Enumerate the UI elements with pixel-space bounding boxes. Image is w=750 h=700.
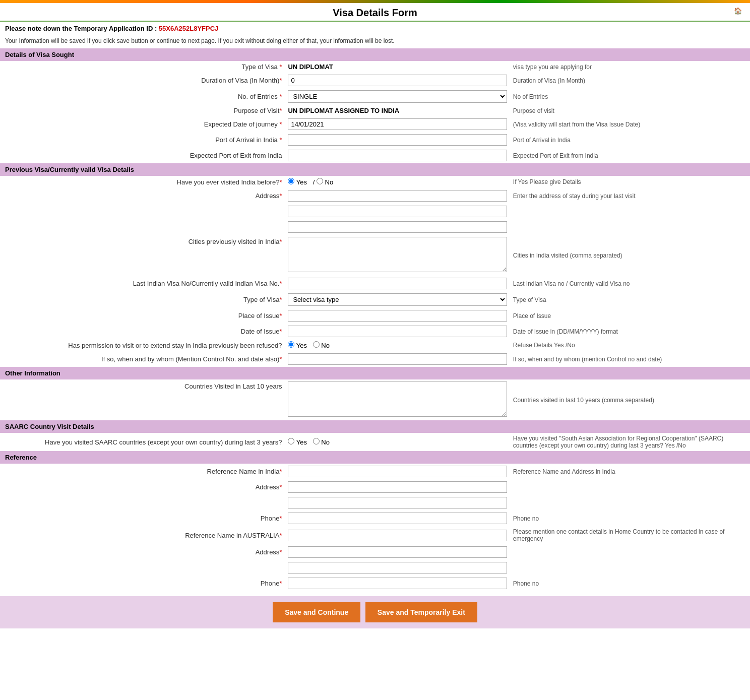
if-so-label: If so, when and by whom (Mention Control… <box>0 351 285 367</box>
countries-visited-label: Countries Visited in Last 10 years <box>0 379 285 420</box>
address-input-cell-3[interactable] <box>285 219 510 235</box>
home-icon[interactable]: 🏠 <box>731 7 745 21</box>
saarc-radio-cell[interactable]: Yes No <box>285 433 510 451</box>
no-of-entries-select[interactable]: SINGLE DOUBLE MULTIPLE <box>288 90 507 103</box>
ref-phone-aus-input-cell[interactable] <box>285 576 510 591</box>
refused-radio-cell[interactable]: Yes No <box>285 339 510 351</box>
type-of-visa-label: Type of Visa * <box>0 61 285 73</box>
refused-yes-label[interactable]: Yes <box>288 342 308 349</box>
refused-yes-radio[interactable] <box>288 341 294 348</box>
no-of-entries-select-cell[interactable]: SINGLE DOUBLE MULTIPLE <box>285 88 510 105</box>
expected-date-input-cell[interactable] <box>285 116 510 132</box>
ref-address-aus-input-cell-1[interactable] <box>285 544 510 560</box>
address-row-1: Address* Enter the address of stay durin… <box>0 188 750 204</box>
ref-phone-aus-input[interactable] <box>288 578 507 589</box>
purpose-row: Purpose of Visit* UN DIPLOMAT ASSIGNED T… <box>0 105 750 116</box>
type-of-visa-value-cell: UN DIPLOMAT <box>285 61 510 73</box>
if-so-input-cell[interactable] <box>285 351 510 367</box>
section-details-of-visa-sought: Details of Visa Sought <box>0 48 750 61</box>
address-label-1: Address* <box>0 188 285 204</box>
visited-before-radio-cell[interactable]: Yes / No <box>285 176 510 188</box>
address-input-3[interactable] <box>288 221 507 233</box>
cities-textarea-cell[interactable] <box>285 235 510 276</box>
ref-phone-aus-row: Phone* Phone no <box>0 576 750 591</box>
ref-address-india-input-1[interactable] <box>288 481 507 493</box>
address-input-1[interactable] <box>288 190 507 202</box>
date-of-issue-hint: Date of Issue in (DD/MM/YYYY) format <box>510 324 750 339</box>
section-reference: Reference <box>0 451 750 464</box>
ref-address-aus-input-1[interactable] <box>288 546 507 558</box>
ref-address-aus-input-2[interactable] <box>288 562 507 574</box>
duration-input[interactable] <box>288 75 507 86</box>
ref-name-india-input-cell[interactable] <box>285 464 510 479</box>
saarc-no-label[interactable]: No <box>313 438 330 446</box>
saarc-yes-radio[interactable] <box>288 438 294 444</box>
ref-name-aus-label: Reference Name in AUSTRALIA* <box>0 526 285 544</box>
saarc-table: Have you visited SAARC countries (except… <box>0 433 750 451</box>
saarc-yes-label[interactable]: Yes <box>288 438 308 446</box>
saarc-no-radio[interactable] <box>313 438 320 444</box>
port-exit-row: Expected Port of Exit from India Expecte… <box>0 148 750 163</box>
ref-name-aus-input[interactable] <box>288 530 507 541</box>
port-arrival-input-cell[interactable] <box>285 132 510 148</box>
visited-before-yes-label[interactable]: Yes <box>288 178 308 186</box>
ref-phone-india-input[interactable] <box>288 513 507 524</box>
duration-input-cell[interactable] <box>285 73 510 88</box>
last-visa-no-input-cell[interactable] <box>285 276 510 291</box>
port-exit-input-cell[interactable] <box>285 148 510 163</box>
address-input-cell-1[interactable] <box>285 188 510 204</box>
visited-before-yes-radio[interactable] <box>288 178 294 184</box>
port-arrival-label: Port of Arrival in India * <box>0 132 285 148</box>
date-of-issue-input[interactable] <box>288 326 507 337</box>
port-exit-input[interactable] <box>288 150 507 161</box>
ref-address-india-input-cell-2[interactable] <box>285 495 510 511</box>
type-of-visa-prev-row: Type of Visa* Select visa type Type of V… <box>0 291 750 308</box>
place-of-issue-input[interactable] <box>288 310 507 322</box>
visited-before-radio-group: Yes / No <box>288 178 507 186</box>
visited-before-row: Have you ever visited India before?* Yes… <box>0 176 750 188</box>
place-of-issue-label: Place of Issue* <box>0 308 285 324</box>
refused-no-radio[interactable] <box>313 341 320 348</box>
expected-date-input[interactable] <box>288 118 507 130</box>
last-visa-no-input[interactable] <box>288 278 507 289</box>
ref-address-aus-row-2 <box>0 560 750 576</box>
purpose-hint: Purpose of visit <box>510 105 750 116</box>
ref-phone-india-hint: Phone no <box>510 511 750 526</box>
ref-address-india-input-2[interactable] <box>288 497 507 508</box>
ref-phone-india-label: Phone* <box>0 511 285 526</box>
date-of-issue-input-cell[interactable] <box>285 324 510 339</box>
purpose-value: UN DIPLOMAT ASSIGNED TO INDIA <box>288 107 399 114</box>
duration-label: Duration of Visa (In Month)* <box>0 73 285 88</box>
ref-name-india-input[interactable] <box>288 466 507 477</box>
other-information-table: Countries Visited in Last 10 years Count… <box>0 379 750 420</box>
ref-address-aus-row-1: Address* <box>0 544 750 560</box>
ref-address-india-input-cell-1[interactable] <box>285 479 510 495</box>
countries-visited-textarea[interactable] <box>288 381 507 417</box>
ref-address-india-row-2 <box>0 495 750 511</box>
previous-visa-table: Have you ever visited India before?* Yes… <box>0 176 750 367</box>
type-of-visa-prev-select[interactable]: Select visa type <box>288 293 507 306</box>
if-so-input[interactable] <box>288 353 507 365</box>
address-input-cell-2[interactable] <box>285 204 510 219</box>
cities-textarea[interactable] <box>288 237 507 272</box>
save-exit-button[interactable]: Save and Temporarily Exit <box>365 602 477 622</box>
visited-before-no-radio[interactable] <box>317 178 323 184</box>
ref-name-aus-input-cell[interactable] <box>285 526 510 544</box>
duration-hint: Duration of Visa (In Month) <box>510 73 750 88</box>
page-title: Visa Details Form <box>0 7 750 19</box>
type-of-visa-prev-hint: Type of Visa <box>510 291 750 308</box>
last-visa-no-label: Last Indian Visa No/Currently valid Indi… <box>0 276 285 291</box>
address-input-2[interactable] <box>288 206 507 217</box>
saarc-label: Have you visited SAARC countries (except… <box>0 433 285 451</box>
port-arrival-input[interactable] <box>288 134 507 146</box>
ref-address-aus-input-cell-2[interactable] <box>285 560 510 576</box>
save-continue-button[interactable]: Save and Continue <box>273 602 360 622</box>
type-of-visa-prev-select-cell[interactable]: Select visa type <box>285 291 510 308</box>
ref-phone-india-input-cell[interactable] <box>285 511 510 526</box>
visited-before-no-label[interactable]: No <box>317 178 333 186</box>
port-arrival-row: Port of Arrival in India * Port of Arriv… <box>0 132 750 148</box>
countries-visited-textarea-cell[interactable] <box>285 379 510 420</box>
refused-no-label[interactable]: No <box>313 342 330 349</box>
if-so-hint: If so, when and by whom (mention Control… <box>510 351 750 367</box>
place-of-issue-input-cell[interactable] <box>285 308 510 324</box>
